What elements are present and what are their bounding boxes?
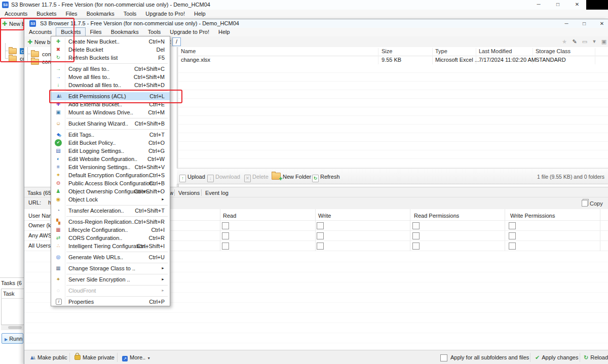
apply-changes-button[interactable]: ✔Apply changes (535, 353, 578, 362)
path-input[interactable]: / (172, 37, 181, 46)
menu-item-properties[interactable]: iPropertiesCtrl+P (51, 298, 170, 306)
write-checkbox[interactable] (317, 232, 324, 239)
write-permissions-checkbox[interactable] (509, 242, 516, 250)
menu-item-generate-web-urls[interactable]: ◎Generate Web URLs..Ctrl+U (51, 253, 170, 261)
outer-scrollbar-thumb[interactable] (8, 326, 22, 329)
menu-item-default-encryption-configuration[interactable]: ✦Default Encryption Configuration..Ctrl+… (51, 171, 170, 179)
filter-funnel-icon[interactable]: ▼ (590, 37, 598, 46)
menu-item-move-all-files-to[interactable]: →Move all files to..Ctrl+Shift+M (51, 73, 170, 81)
perm-column-read-permissions[interactable]: Read Permissions (414, 212, 459, 220)
folders-pane-icon[interactable]: ▣ (600, 37, 608, 46)
outer-maximize-button[interactable]: □ (550, 0, 565, 9)
menu-item-intelligent-tiering-configuration[interactable]: ∴Intelligent Tiering Configuration..Ctrl… (51, 242, 170, 250)
menu-item-edit-website-configuration[interactable]: ◐Edit Website Configuration..Ctrl+W (51, 155, 170, 163)
inner-menu-upgrade-to-pro[interactable]: Upgrade to Pro! (165, 28, 214, 36)
download-button[interactable]: ↓Download (207, 172, 240, 182)
write-permissions-checkbox[interactable] (509, 232, 516, 239)
make-public-button[interactable]: ♟Make public (30, 353, 67, 362)
menu-item-download-all-files-to[interactable]: ↓Download all files to..Ctrl+Shift+D (51, 81, 170, 89)
perm-column-read[interactable]: Read (223, 212, 236, 220)
file-row[interactable]: change.xlsx 9.55 KB Microsoft Excel ... … (178, 56, 608, 64)
inner-menu-buckets[interactable]: Buckets (56, 28, 85, 36)
outer-close-button[interactable]: ✕ (569, 0, 585, 9)
menu-item-cross-region-replication[interactable]: ▚Cross-Region Replication..Ctrl+Shift+R (51, 218, 170, 226)
menu-item-edit-versioning-settings[interactable]: ≡Edit Versioning Settings..Ctrl+Shift+V (51, 163, 170, 171)
menu-item-edit-permissions-acl[interactable]: ♟Edit Permissions (ACL)Ctrl+L (51, 92, 170, 100)
column-header-name[interactable]: Name (181, 47, 196, 56)
menu-item-bucket-sharing-wizard[interactable]: ☺Bucket Sharing Wizard..Ctrl+Shift+B (51, 119, 170, 128)
menu-item-edit-bucket-policy[interactable]: ✔Edit Bucket Policy..Ctrl+O (51, 139, 170, 147)
perm-column-write-permissions[interactable]: Write Permissions (510, 212, 555, 220)
favorites-star-icon[interactable]: ★ (560, 37, 568, 46)
menu-item-lifecycle-configuration[interactable]: ▦Lifecycle Configuration..Ctrl+I (51, 226, 170, 234)
outer-new-bucket-button[interactable]: ✚ New bu (0, 18, 24, 29)
inner-menu-files[interactable]: Files (85, 28, 106, 36)
column-header-last-modified[interactable]: Last Modified (479, 47, 512, 56)
outer-menu-files[interactable]: Files (61, 10, 82, 18)
preview-pane-icon[interactable]: ▭ (581, 37, 589, 46)
menu-item-copy-all-files-to[interactable]: →Copy all files to..Ctrl+Shift+C (51, 65, 170, 73)
menu-item-object-ownership-configuration[interactable]: ♟Object Ownership Configuration..Ctrl+Sh… (51, 187, 170, 195)
menu-item-add-external-bucket[interactable]: ✚Add External Bucket..Ctrl+E (51, 100, 170, 108)
read-permissions-checkbox[interactable] (412, 222, 420, 229)
outer-run-button[interactable]: ▶Runn (2, 333, 23, 344)
delete-button[interactable]: ✕Delete (244, 172, 269, 182)
new-folder-button[interactable]: ✚New Folder (272, 172, 311, 182)
make-private-button[interactable]: Make private (74, 353, 115, 362)
outer-menu-help[interactable]: Help (189, 10, 210, 18)
inner-close-button[interactable]: ✕ (594, 19, 608, 28)
column-header-size[interactable]: Size (382, 47, 392, 56)
inner-minimize-button[interactable]: ─ (559, 19, 574, 28)
read-checkbox[interactable] (222, 242, 229, 250)
outer-menu-buckets[interactable]: Buckets (32, 10, 61, 18)
menu-item-create-new-bucket[interactable]: ✚Create New Bucket..Ctrl+N (51, 37, 170, 46)
read-checkbox[interactable] (222, 222, 229, 229)
menu-item-public-access-block-configuration[interactable]: ⊖Public Access Block Configuration..Ctrl… (51, 179, 170, 187)
menu-item-cors-configuration[interactable]: ⇄CORS Configuration..Ctrl+R (51, 234, 170, 242)
read-checkbox[interactable] (222, 232, 229, 239)
outer-menu-tools[interactable]: Tools (119, 10, 141, 18)
inner-menu-tools[interactable]: Tools (143, 28, 166, 36)
column-header-storage-class[interactable]: Storage Class (536, 47, 571, 56)
inner-maximize-button[interactable]: □ (577, 19, 592, 28)
menu-item-object-lock[interactable]: ◉Object Lock► (51, 195, 170, 204)
read-permissions-checkbox[interactable] (412, 242, 420, 250)
bucket-tree-item[interactable]: co (9, 55, 26, 62)
more-button[interactable]: ↗More..▼ (122, 353, 150, 362)
perm-column-write[interactable]: Write (318, 212, 331, 220)
menu-item-server-side-encryption[interactable]: ✦Server Side Encryption ..► (51, 275, 170, 284)
outer-menu-accounts[interactable]: Accounts (0, 10, 32, 18)
apply-all-checkbox[interactable] (440, 354, 447, 361)
write-checkbox[interactable] (317, 222, 324, 229)
bucket-tree-item[interactable]: conf (31, 50, 53, 58)
read-permissions-checkbox[interactable] (412, 232, 420, 239)
menu-item-delete-bucket[interactable]: ✖Delete BucketDel (51, 46, 170, 54)
copy-url-button[interactable]: Copy (582, 199, 603, 208)
inner-menu-accounts[interactable]: Accounts (24, 28, 56, 36)
menu-item-change-storage-class-to[interactable]: ▦Change Storage Class to ..► (51, 264, 170, 272)
menu-item-cloudfront[interactable]: ◌CloudFront► (51, 287, 170, 295)
menu-item-edit-tags[interactable]: ◆Edit Tags..Ctrl+T (51, 131, 170, 139)
inner-menu-bookmarks[interactable]: Bookmarks (106, 28, 143, 36)
inner-menu-help[interactable]: Help (214, 28, 235, 36)
menu-item-refresh-buckets-list[interactable]: ↻Refresh Buckets listF5 (51, 54, 170, 62)
bucket-tree-item[interactable]: conf (31, 58, 53, 65)
write-permissions-checkbox[interactable] (509, 222, 516, 229)
column-header-type[interactable]: Type (435, 47, 447, 56)
outer-tasks-tab[interactable]: Tasks (6 (1, 279, 22, 288)
write-checkbox[interactable] (317, 242, 324, 250)
outer-minimize-button[interactable]: ─ (531, 0, 546, 9)
tab-tasks[interactable]: Tasks (65 (24, 188, 54, 197)
tab-event-log[interactable]: Event log (202, 188, 232, 197)
edit-pencil-icon[interactable]: ✎ (571, 37, 579, 46)
menu-item-mount-as-windows-drive[interactable]: ▣Mount as Windows Drive..Ctrl+M (51, 108, 170, 116)
apply-all-checkbox-label[interactable]: Apply for all subfolders and files (450, 353, 529, 362)
outer-menu-upgrade-to-pro[interactable]: Upgrade to Pro! (141, 10, 189, 18)
reload-button[interactable]: ↻Reload (584, 353, 608, 362)
tab-versions[interactable]: Versions (175, 188, 203, 197)
outer-menu-bookmarks[interactable]: Bookmarks (82, 10, 119, 18)
refresh-button[interactable]: ↻Refresh (312, 172, 340, 182)
menu-item-edit-logging-settings[interactable]: ▤Edit Logging Settings..Ctrl+G (51, 147, 170, 155)
upload-button[interactable]: ↑Upload▼ (179, 172, 210, 182)
menu-item-transfer-acceleration[interactable]: ◔Transfer Acceleration..Ctrl+Shift+T (51, 207, 170, 215)
